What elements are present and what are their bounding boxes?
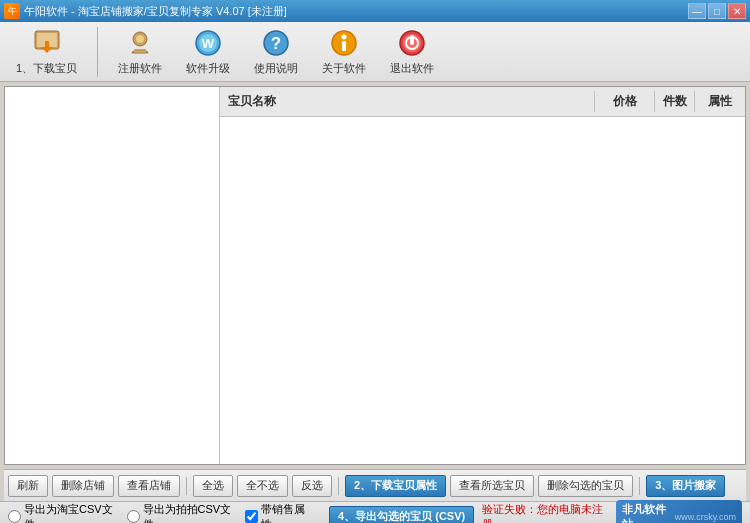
about-button[interactable]: 关于软件: [314, 23, 374, 80]
export-csv-radio[interactable]: [8, 510, 21, 523]
invert-button[interactable]: 反选: [292, 475, 332, 497]
about-label: 关于软件: [322, 61, 366, 76]
watermark: 非凡软件站 www.crsky.com: [616, 500, 742, 524]
about-icon: [328, 27, 360, 59]
image-migrate-button[interactable]: 3、图片搬家: [646, 475, 725, 497]
register-button[interactable]: 注册软件: [110, 23, 170, 80]
svg-rect-14: [342, 41, 346, 51]
with-sales-attr-label: 带销售属性: [261, 502, 313, 524]
col-attr: 属性: [695, 91, 745, 112]
delete-shop-button[interactable]: 删除店铺: [52, 475, 114, 497]
svg-text:W: W: [202, 36, 215, 51]
help-button[interactable]: ? 使用说明: [246, 23, 306, 80]
status-message: 验证失败：您的电脑未注册: [482, 502, 608, 524]
left-panel: [5, 87, 220, 464]
bottom-toolbar: 刷新 删除店铺 查看店铺 全选 全不选 反选 2、下载宝贝属性 查看所选宝贝 删…: [4, 469, 746, 501]
table-body: [220, 117, 745, 464]
export-photo-option: 导出为拍拍CSV文件: [127, 502, 238, 524]
window-title: 午阳软件 - 淘宝店铺搬家/宝贝复制专家 V4.07 [未注册]: [24, 4, 287, 19]
select-all-button[interactable]: 全选: [193, 475, 233, 497]
view-shop-button[interactable]: 查看店铺: [118, 475, 180, 497]
title-bar-left: 午 午阳软件 - 淘宝店铺搬家/宝贝复制专家 V4.07 [未注册]: [4, 3, 287, 19]
separator-3: [639, 477, 640, 495]
svg-rect-6: [134, 49, 146, 54]
help-label: 使用说明: [254, 61, 298, 76]
maximize-button[interactable]: □: [708, 3, 726, 19]
separator-1: [186, 477, 187, 495]
main-content: 宝贝名称 价格 件数 属性: [4, 86, 746, 465]
svg-point-13: [342, 35, 347, 40]
help-icon: ?: [260, 27, 292, 59]
toolbar-divider-1: [97, 27, 98, 77]
download-button[interactable]: 1、下载宝贝: [8, 23, 85, 80]
svg-point-5: [136, 35, 144, 43]
watermark-url: www.crsky.com: [675, 512, 736, 522]
svg-rect-3: [45, 41, 49, 49]
export-csv-option: 导出为淘宝CSV文件: [8, 502, 119, 524]
exit-button[interactable]: 退出软件: [382, 23, 442, 80]
select-none-button[interactable]: 全不选: [237, 475, 288, 497]
title-bar: 午 午阳软件 - 淘宝店铺搬家/宝贝复制专家 V4.07 [未注册] — □ ✕: [0, 0, 750, 22]
export-csv-label: 导出为淘宝CSV文件: [24, 502, 119, 524]
svg-text:?: ?: [271, 34, 281, 53]
export-photo-label: 导出为拍拍CSV文件: [143, 502, 238, 524]
export-photo-radio[interactable]: [127, 510, 140, 523]
download-attr-button[interactable]: 2、下载宝贝属性: [345, 475, 446, 497]
view-selected-button[interactable]: 查看所选宝贝: [450, 475, 534, 497]
delete-selected-button[interactable]: 删除勾选的宝贝: [538, 475, 633, 497]
refresh-button[interactable]: 刷新: [8, 475, 48, 497]
exit-label: 退出软件: [390, 61, 434, 76]
col-count: 件数: [655, 91, 695, 112]
download-icon: [31, 27, 63, 59]
with-sales-attr-option: 带销售属性: [245, 502, 313, 524]
col-name: 宝贝名称: [220, 91, 595, 112]
separator-2: [338, 477, 339, 495]
app-icon: 午: [4, 3, 20, 19]
toolbar: 1、下载宝贝 注册软件 W 软件升级: [0, 22, 750, 82]
download-label: 1、下载宝贝: [16, 61, 77, 76]
exit-icon: [396, 27, 428, 59]
title-bar-controls: — □ ✕: [688, 3, 746, 19]
upgrade-button[interactable]: W 软件升级: [178, 23, 238, 80]
register-icon: [124, 27, 156, 59]
register-label: 注册软件: [118, 61, 162, 76]
watermark-box: 非凡软件站 www.crsky.com: [616, 500, 742, 524]
right-panel: 宝贝名称 价格 件数 属性: [220, 87, 745, 464]
upgrade-label: 软件升级: [186, 61, 230, 76]
with-sales-attr-checkbox[interactable]: [245, 510, 258, 523]
svg-rect-18: [410, 35, 414, 45]
table-header: 宝贝名称 价格 件数 属性: [220, 87, 745, 117]
close-button[interactable]: ✕: [728, 3, 746, 19]
minimize-button[interactable]: —: [688, 3, 706, 19]
status-bar: 导出为淘宝CSV文件 导出为拍拍CSV文件 带销售属性 4、导出勾选的宝贝 (C…: [0, 501, 750, 523]
col-price: 价格: [595, 91, 655, 112]
upgrade-icon: W: [192, 27, 224, 59]
export-selected-button[interactable]: 4、导出勾选的宝贝 (CSV): [329, 506, 474, 524]
watermark-site: 非凡软件站: [622, 502, 671, 524]
